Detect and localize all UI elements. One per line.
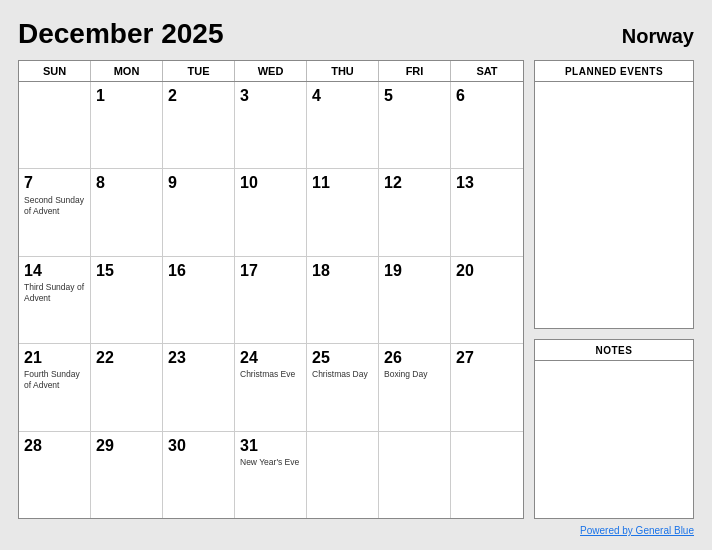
calendar: SUNMONTUEWEDTHUFRISAT 1234567Second Sund… — [18, 60, 524, 519]
day-number: 3 — [240, 86, 301, 105]
calendar-week: 7Second Sunday of Advent8910111213 — [19, 169, 523, 256]
calendar-day — [19, 82, 91, 168]
calendar-day: 3 — [235, 82, 307, 168]
calendar-day: 15 — [91, 257, 163, 343]
calendar-day: 8 — [91, 169, 163, 255]
calendar-day: 22 — [91, 344, 163, 430]
calendar-day: 9 — [163, 169, 235, 255]
day-number: 20 — [456, 261, 518, 280]
day-number: 9 — [168, 173, 229, 192]
day-label: Christmas Day — [312, 369, 373, 380]
planned-events-title: PLANNED EVENTS — [535, 61, 693, 82]
page: December 2025 Norway SUNMONTUEWEDTHUFRIS… — [0, 0, 712, 550]
day-number: 15 — [96, 261, 157, 280]
calendar-week: 21Fourth Sunday of Advent222324Christmas… — [19, 344, 523, 431]
calendar-day — [379, 432, 451, 518]
calendar-body: 1234567Second Sunday of Advent8910111213… — [19, 82, 523, 518]
day-number: 7 — [24, 173, 85, 192]
day-number: 28 — [24, 436, 85, 455]
day-number: 30 — [168, 436, 229, 455]
calendar-day: 16 — [163, 257, 235, 343]
calendar-day — [307, 432, 379, 518]
calendar-day: 4 — [307, 82, 379, 168]
notes-box: NOTES — [534, 339, 694, 519]
calendar-day: 14Third Sunday of Advent — [19, 257, 91, 343]
country-label: Norway — [622, 25, 694, 48]
calendar-day: 12 — [379, 169, 451, 255]
calendar-header-day: SUN — [19, 61, 91, 81]
sidebar: PLANNED EVENTS NOTES — [534, 60, 694, 519]
calendar-day: 13 — [451, 169, 523, 255]
calendar-day: 2 — [163, 82, 235, 168]
day-number: 10 — [240, 173, 301, 192]
calendar-day: 24Christmas Eve — [235, 344, 307, 430]
calendar-day: 31New Year's Eve — [235, 432, 307, 518]
day-number: 26 — [384, 348, 445, 367]
calendar-header-day: THU — [307, 61, 379, 81]
calendar-day: 20 — [451, 257, 523, 343]
calendar-day: 23 — [163, 344, 235, 430]
day-label: Christmas Eve — [240, 369, 301, 380]
calendar-day: 7Second Sunday of Advent — [19, 169, 91, 255]
calendar-day: 18 — [307, 257, 379, 343]
calendar-week: 14Third Sunday of Advent151617181920 — [19, 257, 523, 344]
day-number: 25 — [312, 348, 373, 367]
day-number: 19 — [384, 261, 445, 280]
planned-events-box: PLANNED EVENTS — [534, 60, 694, 329]
page-title: December 2025 — [18, 18, 223, 50]
day-number: 11 — [312, 173, 373, 192]
day-number: 23 — [168, 348, 229, 367]
calendar-day: 21Fourth Sunday of Advent — [19, 344, 91, 430]
calendar-day: 1 — [91, 82, 163, 168]
calendar-header-day: SAT — [451, 61, 523, 81]
calendar-header-day: FRI — [379, 61, 451, 81]
day-number: 4 — [312, 86, 373, 105]
day-number: 1 — [96, 86, 157, 105]
calendar-day: 17 — [235, 257, 307, 343]
footer: Powered by General Blue — [18, 525, 694, 536]
calendar-day: 30 — [163, 432, 235, 518]
day-number: 14 — [24, 261, 85, 280]
calendar-header: SUNMONTUEWEDTHUFRISAT — [19, 61, 523, 82]
day-label: Boxing Day — [384, 369, 445, 380]
day-number: 22 — [96, 348, 157, 367]
day-label: Third Sunday of Advent — [24, 282, 85, 304]
day-number: 27 — [456, 348, 518, 367]
notes-content — [535, 361, 693, 518]
day-number: 17 — [240, 261, 301, 280]
day-number: 16 — [168, 261, 229, 280]
day-number: 21 — [24, 348, 85, 367]
calendar-day — [451, 432, 523, 518]
calendar-day: 26Boxing Day — [379, 344, 451, 430]
calendar-day: 19 — [379, 257, 451, 343]
day-number: 24 — [240, 348, 301, 367]
calendar-week: 28293031New Year's Eve — [19, 432, 523, 518]
calendar-day: 5 — [379, 82, 451, 168]
day-number: 6 — [456, 86, 518, 105]
day-number: 5 — [384, 86, 445, 105]
calendar-header-day: MON — [91, 61, 163, 81]
day-number: 29 — [96, 436, 157, 455]
day-number: 18 — [312, 261, 373, 280]
day-number: 13 — [456, 173, 518, 192]
calendar-week: 123456 — [19, 82, 523, 169]
day-label: Second Sunday of Advent — [24, 195, 85, 217]
calendar-day: 25Christmas Day — [307, 344, 379, 430]
calendar-header-day: TUE — [163, 61, 235, 81]
calendar-day: 27 — [451, 344, 523, 430]
header: December 2025 Norway — [18, 18, 694, 50]
day-label: New Year's Eve — [240, 457, 301, 468]
notes-title: NOTES — [535, 340, 693, 361]
calendar-day: 11 — [307, 169, 379, 255]
main-content: SUNMONTUEWEDTHUFRISAT 1234567Second Sund… — [18, 60, 694, 519]
day-number: 31 — [240, 436, 301, 455]
day-number: 8 — [96, 173, 157, 192]
powered-by-link[interactable]: Powered by General Blue — [580, 525, 694, 536]
planned-events-content — [535, 82, 693, 328]
calendar-day: 29 — [91, 432, 163, 518]
calendar-day: 10 — [235, 169, 307, 255]
calendar-header-day: WED — [235, 61, 307, 81]
calendar-day: 28 — [19, 432, 91, 518]
calendar-day: 6 — [451, 82, 523, 168]
day-label: Fourth Sunday of Advent — [24, 369, 85, 391]
